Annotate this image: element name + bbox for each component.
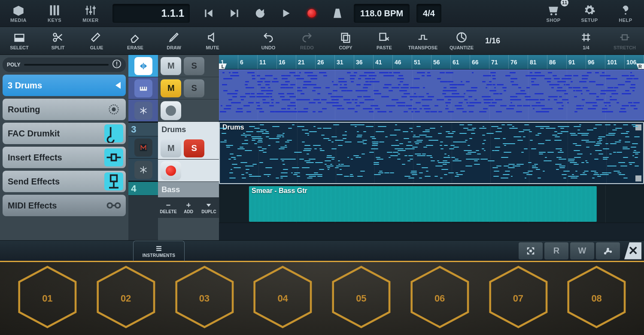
keys-button[interactable]: KEYS [38,0,71,26]
track-4-lane[interactable]: Smear - Bass Gtr [219,185,644,223]
track-3-solo-button[interactable]: S [184,139,204,157]
track-type-1[interactable] [128,55,158,77]
track-4-clip[interactable]: Smear - Bass Gtr [249,186,597,222]
draw-tool[interactable]: DRAW [155,27,193,54]
timeline[interactable]: L R 161116212631364146515661667176818691… [219,55,644,240]
paste-button[interactable]: PASTE [365,27,404,54]
send-fx-row[interactable]: Send Effects [3,171,126,192]
fullscreen-button[interactable] [519,242,543,260]
timesig-display[interactable]: 4/4 [416,4,441,23]
ruler-tick[interactable]: 101 [605,55,625,69]
drum-pad-08[interactable]: 08 [564,264,629,333]
drum-pad-05[interactable]: 05 [328,264,394,333]
ruler-tick[interactable]: 81 [528,55,547,69]
ruler-tick[interactable]: 61 [451,55,470,69]
snap-grid-button[interactable]: 1/4 [567,27,605,54]
track-2-lane[interactable] [219,69,644,121]
inspector-track-header[interactable]: 3 Drums [3,75,126,96]
track-3-record-arm[interactable] [161,161,181,180]
stretch-button[interactable]: STRETCH [605,27,644,54]
track-2-record-arm[interactable] [161,101,181,120]
time-display[interactable]: 1.1.1 [112,4,190,23]
track-2-mute-button[interactable]: M [161,79,181,97]
track-4-name-row[interactable]: Bass [158,182,219,197]
timeline-ruler[interactable]: L R 161116212631364146515661667176818691… [219,55,644,69]
transpose-button[interactable]: TRANSPOSE [404,27,442,54]
ruler-tick[interactable]: 91 [567,55,586,69]
track-4-number-cell[interactable]: 4 [128,182,158,196]
loop-button[interactable] [248,3,272,24]
ruler-tick[interactable]: 31 [335,55,354,69]
ruler-tick[interactable]: 6 [238,55,258,69]
go-to-start-button[interactable] [197,3,221,24]
ruler-tick[interactable]: 66 [470,55,489,69]
automation-button[interactable] [596,242,620,260]
drum-pad-01[interactable]: 01 [15,264,80,333]
track-type-2b[interactable] [128,100,158,122]
duplicate-track-button[interactable]: DUPLC [199,197,219,218]
setup-button[interactable]: SETUP [573,0,606,26]
ruler-tick[interactable]: 46 [393,55,412,69]
ruler-tick[interactable]: 16 [277,55,296,69]
redo-button[interactable]: REDO [288,27,326,54]
bpm-display[interactable]: 118.0 BPM [354,4,410,23]
ruler-tick[interactable]: 41 [374,55,393,69]
drum-pad-02[interactable]: 02 [93,264,159,333]
glue-tool[interactable]: GLUE [77,27,116,54]
ruler-tick[interactable]: 96 [586,55,605,69]
help-button[interactable]: HELP [609,0,642,26]
drum-pad-06[interactable]: 06 [407,264,473,333]
ruler-tick[interactable]: 76 [509,55,528,69]
r-mode-button[interactable]: R [544,242,568,260]
track-3-clip[interactable]: Drums [219,122,644,184]
mute-tool[interactable]: MUTE [193,27,232,54]
drum-pad-04[interactable]: 04 [250,264,316,333]
select-tool[interactable]: SELECT [0,27,39,54]
quantize-grid-value[interactable]: 1/16 [481,36,504,45]
insert-fx-row[interactable]: Insert Effects [3,147,126,168]
track-3-lane[interactable]: Drums [219,121,644,185]
ruler-tick[interactable]: 21 [296,55,316,69]
midi-fx-row[interactable]: MIDI Effects [3,195,126,216]
quantize-button[interactable]: QUANTIZE [442,27,481,54]
ruler-tick[interactable]: 86 [547,55,567,69]
track-2-clip[interactable] [219,70,644,120]
instruments-tab[interactable]: INSTRUMENTS [133,241,185,261]
copy-button[interactable]: COPY [326,27,365,54]
instrument-row[interactable]: FAC Drumkit [3,123,126,144]
track-type-2a[interactable] [128,77,158,100]
track-2-solo-button[interactable]: S [184,79,204,97]
ruler-tick[interactable]: 56 [431,55,451,69]
master-mute-button[interactable]: M [161,57,181,75]
drum-pad-03[interactable]: 03 [172,264,237,333]
w-mode-button[interactable]: W [570,242,594,260]
erase-tool[interactable]: ERASE [116,27,155,54]
warn-icon[interactable] [112,59,122,70]
track-3-mute-button[interactable]: M [161,139,181,157]
shop-button[interactable]: 11 SHOP [537,0,570,26]
routing-row[interactable]: Routing [3,99,126,120]
undo-button[interactable]: UNDO [249,27,288,54]
poly-slider[interactable] [24,64,109,66]
track-3-name-row[interactable]: Drums [158,122,219,137]
ruler-tick[interactable]: 26 [316,55,335,69]
track-3-number-cell[interactable]: 3 [128,123,158,136]
media-button[interactable]: MEDIA [2,0,35,26]
split-tool[interactable]: SPLIT [39,27,77,54]
mixer-button[interactable]: MIXER [74,0,107,26]
close-panel-button[interactable]: ✕ [624,242,641,260]
ruler-tick[interactable]: 71 [489,55,509,69]
delete-track-button[interactable]: DELETE [158,197,178,218]
polyphony-row[interactable]: POLY [3,57,126,72]
ruler-tick[interactable]: 11 [258,55,277,69]
record-button[interactable] [300,3,324,24]
track-3-freeze[interactable] [128,159,158,181]
ruler-tick[interactable]: 36 [354,55,374,69]
go-to-end-button[interactable] [222,3,246,24]
track-3-instr-icon[interactable] [128,136,158,159]
play-button[interactable] [274,3,298,24]
add-track-button[interactable]: ADD [179,197,199,218]
master-solo-button[interactable]: S [184,57,204,75]
metronome-button[interactable] [325,3,349,24]
drum-pad-07[interactable]: 07 [486,264,551,333]
